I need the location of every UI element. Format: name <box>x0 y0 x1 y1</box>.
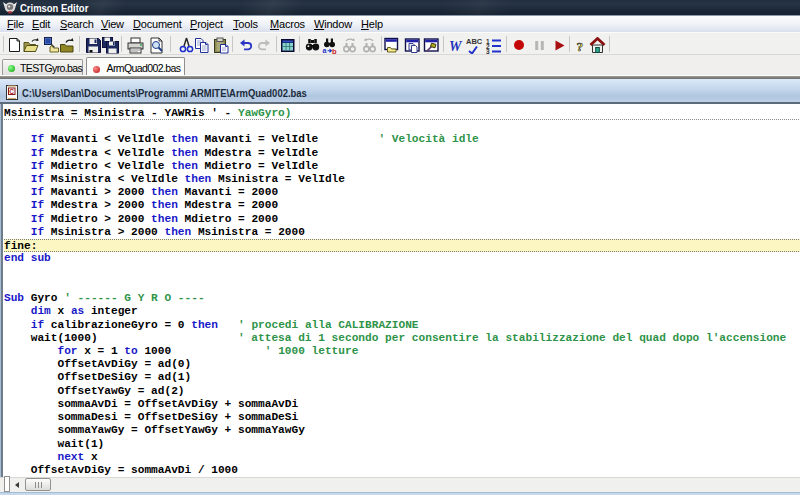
svg-text:b: b <box>332 46 337 54</box>
svg-text:3: 3 <box>486 48 490 54</box>
svg-text:C: C <box>9 88 14 95</box>
svg-text:ABC: ABC <box>466 37 483 46</box>
svg-text:a: a <box>323 47 327 54</box>
svg-text:W: W <box>449 38 463 53</box>
svg-text:?: ? <box>577 38 584 53</box>
